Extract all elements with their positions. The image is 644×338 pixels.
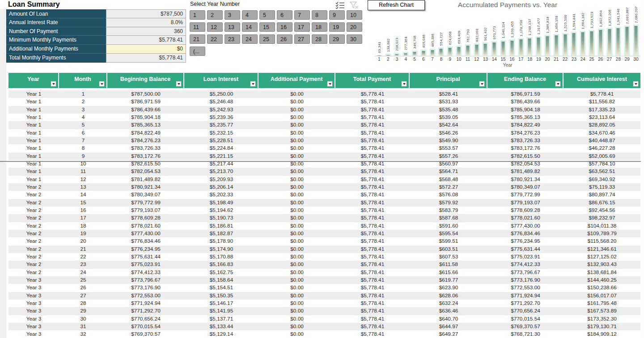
table-cell[interactable]: $784,276.23 — [107, 137, 184, 144]
slicer-button-year-25[interactable]: 25 — [259, 34, 275, 44]
table-cell[interactable]: Year 3 — [8, 307, 59, 315]
table-cell[interactable]: $782,615.50 — [487, 152, 564, 160]
table-cell[interactable]: $115,568.20 — [564, 237, 640, 245]
summary-row-value[interactable]: 8.0% — [106, 18, 186, 27]
table-cell[interactable]: $5,202.33 — [184, 191, 258, 199]
table-cell[interactable]: 9 — [59, 152, 107, 160]
table-cell[interactable]: $5,778.41 — [335, 199, 410, 207]
table-cell[interactable]: $5,158.64 — [184, 276, 258, 284]
column-header-ending-balance[interactable]: Ending Balance — [487, 73, 564, 88]
table-cell[interactable]: $619.77 — [410, 276, 487, 284]
table-cell[interactable]: $773,176.90 — [107, 284, 184, 292]
table-cell[interactable]: $0.00 — [258, 292, 335, 300]
table-cell[interactable]: $0.00 — [258, 137, 335, 144]
table-cell[interactable]: 28 — [59, 300, 107, 307]
table-cell[interactable]: $784,822.49 — [107, 129, 184, 137]
filter-dropdown-button[interactable] — [176, 81, 182, 87]
table-cell[interactable]: Year 1 — [8, 106, 59, 114]
table-cell[interactable]: $0.00 — [258, 330, 335, 338]
table-cell[interactable]: Year 2 — [8, 183, 59, 191]
table-cell[interactable]: $0.00 — [258, 90, 335, 98]
table-cell[interactable]: $776,234.95 — [107, 245, 184, 253]
table-cell[interactable]: Year 2 — [8, 230, 59, 237]
table-cell[interactable]: $0.00 — [258, 307, 335, 315]
table-cell[interactable]: $769,370.57 — [487, 323, 564, 330]
table-cell[interactable]: $611.58 — [410, 261, 487, 268]
table-cell[interactable]: $5,778.41 — [335, 315, 410, 323]
table-cell[interactable]: $778,609.28 — [107, 214, 184, 222]
table-cell[interactable]: $786,971.59 — [487, 90, 564, 98]
table-cell[interactable]: $781,489.82 — [487, 168, 564, 175]
slicer-button-year-2[interactable]: 2 — [207, 10, 223, 20]
table-cell[interactable]: $783,726.33 — [107, 144, 184, 152]
table-cell[interactable]: $5,778.41 — [335, 292, 410, 300]
table-cell[interactable]: $5,228.51 — [184, 137, 258, 144]
column-header-cumulaive-interest[interactable]: Cumulaive Interest — [564, 73, 640, 88]
table-cell[interactable]: Year 1 — [8, 168, 59, 175]
table-cell[interactable]: Year 3 — [8, 276, 59, 284]
table-cell[interactable]: $782,054.53 — [107, 168, 184, 175]
table-cell[interactable]: $75,119.33 — [564, 183, 640, 191]
table-cell[interactable]: $649.27 — [410, 330, 487, 338]
table-cell[interactable]: $0.00 — [258, 323, 335, 330]
table-cell[interactable]: $644.97 — [410, 323, 487, 330]
column-header-month[interactable]: Month — [59, 73, 107, 88]
table-cell[interactable]: 4 — [59, 114, 107, 121]
table-cell[interactable]: $156,017.07 — [564, 292, 640, 300]
table-cell[interactable]: Year 1 — [8, 129, 59, 137]
table-cell[interactable]: $5,778.41 — [335, 137, 410, 144]
slicer-button-year-3[interactable]: 3 — [225, 10, 240, 20]
table-cell[interactable]: 31 — [59, 323, 107, 330]
filter-dropdown-button[interactable] — [250, 81, 256, 87]
table-cell[interactable]: $775,631.44 — [487, 245, 564, 253]
slicer-button-year-30[interactable]: 30 — [347, 34, 362, 44]
table-cell[interactable]: 2 — [59, 98, 107, 106]
table-cell[interactable]: $0.00 — [258, 176, 335, 183]
table-cell[interactable]: $785,365.13 — [487, 114, 564, 121]
table-cell[interactable]: $579.92 — [410, 199, 487, 207]
table-cell[interactable]: $5,224.84 — [184, 144, 258, 152]
table-cell[interactable]: $5,154.51 — [184, 284, 258, 292]
slicer-button-year-15[interactable]: 15 — [259, 22, 275, 32]
table-cell[interactable]: $784,822.49 — [487, 121, 564, 129]
table-cell[interactable]: $5,194.62 — [184, 207, 258, 214]
slicer-button-year-4[interactable]: 4 — [242, 10, 258, 20]
slicer-button-year-16[interactable]: 16 — [277, 22, 292, 32]
table-cell[interactable]: 22 — [59, 253, 107, 261]
table-cell[interactable]: $787,500.00 — [107, 90, 184, 98]
table-cell[interactable]: 32 — [59, 330, 107, 338]
table-cell[interactable]: Year 3 — [8, 323, 59, 330]
table-cell[interactable]: 17 — [59, 214, 107, 222]
slicer-button-year-5[interactable]: 5 — [259, 10, 275, 20]
table-cell[interactable]: $5,778.41 — [335, 191, 410, 199]
table-cell[interactable]: Year 3 — [8, 330, 59, 338]
table-cell[interactable]: $0.00 — [258, 276, 335, 284]
table-cell[interactable]: $5,166.83 — [184, 261, 258, 268]
table-cell[interactable]: 30 — [59, 315, 107, 323]
slicer-button-year-10[interactable]: 10 — [347, 10, 362, 20]
table-cell[interactable]: 5 — [59, 121, 107, 129]
table-cell[interactable]: $5,141.95 — [184, 307, 258, 315]
table-cell[interactable]: $549.90 — [410, 137, 487, 144]
table-cell[interactable]: Year 1 — [8, 152, 59, 160]
table-cell[interactable]: Year 3 — [8, 300, 59, 307]
table-cell[interactable]: $774,412.33 — [107, 269, 184, 276]
table-cell[interactable]: $5,242.93 — [184, 106, 258, 114]
table-cell[interactable]: 19 — [59, 230, 107, 237]
slicer-button-year-8[interactable]: 8 — [312, 10, 327, 20]
slicer-button-year-24[interactable]: 24 — [242, 34, 258, 44]
slicer-button-year-19[interactable]: 19 — [329, 22, 345, 32]
table-cell[interactable]: Year 2 — [8, 253, 59, 261]
table-cell[interactable]: $786,439.66 — [487, 98, 564, 106]
table-cell[interactable]: 20 — [59, 237, 107, 245]
table-cell[interactable]: $0.00 — [258, 237, 335, 245]
table-cell[interactable]: $771,924.94 — [487, 292, 564, 300]
table-cell[interactable]: $780,921.34 — [487, 176, 564, 183]
table-cell[interactable]: $773,176.90 — [487, 276, 564, 284]
table-cell[interactable]: $603.51 — [410, 245, 487, 253]
table-cell[interactable]: $0.00 — [258, 199, 335, 207]
table-cell[interactable]: $5,778.41 — [335, 121, 410, 129]
table-cell[interactable]: $773,796.67 — [107, 276, 184, 284]
slicer-button-year-22[interactable]: 22 — [207, 34, 223, 44]
table-cell[interactable]: $5,778.41 — [335, 90, 410, 98]
